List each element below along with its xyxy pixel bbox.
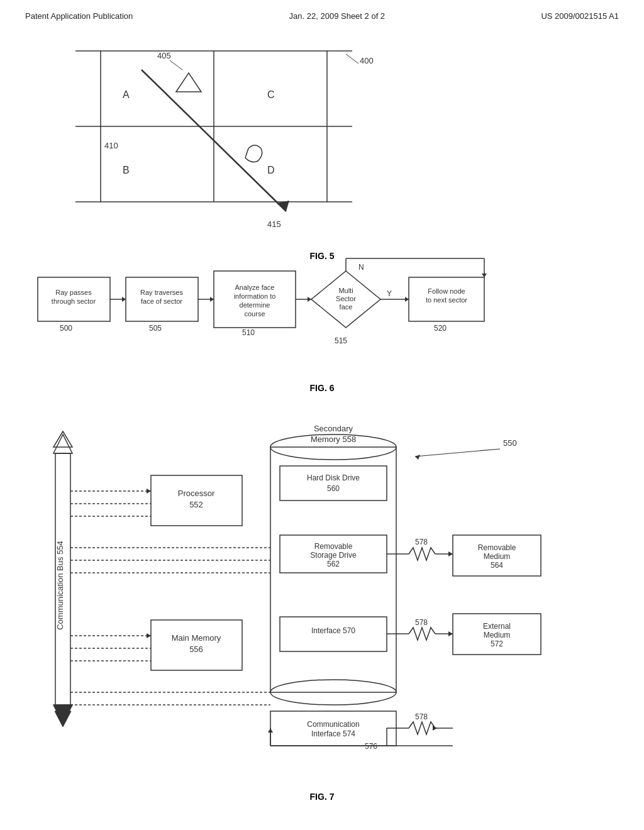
- fig7-section: Communication Bus 554 Processor 552: [25, 384, 619, 774]
- svg-text:Interface 570: Interface 570: [311, 626, 355, 635]
- svg-text:information to: information to: [234, 292, 276, 300]
- header-center: Jan. 22, 2009 Sheet 2 of 2: [289, 11, 386, 21]
- svg-text:Removable: Removable: [478, 543, 516, 552]
- svg-text:Ray traverses: Ray traverses: [140, 289, 183, 296]
- svg-text:560: 560: [327, 484, 340, 493]
- svg-text:Hard Disk Drive: Hard Disk Drive: [307, 473, 360, 482]
- svg-text:Follow node: Follow node: [428, 287, 465, 295]
- svg-text:415: 415: [267, 219, 281, 229]
- main-content: A B C D 405 400 410 415 FIG. 5: [0, 26, 644, 780]
- svg-text:578: 578: [415, 712, 428, 721]
- fig5-section: A B C D 405 400 410 415 FIG. 5: [25, 32, 619, 246]
- svg-text:through sector: through sector: [52, 297, 96, 305]
- svg-text:562: 562: [327, 560, 340, 568]
- svg-rect-87: [280, 466, 387, 501]
- svg-text:564: 564: [491, 561, 503, 570]
- svg-marker-59: [53, 434, 72, 453]
- svg-text:Analyze face: Analyze face: [235, 284, 275, 291]
- svg-text:A: A: [123, 89, 130, 100]
- svg-line-16: [170, 60, 182, 70]
- svg-text:Processor: Processor: [178, 489, 215, 498]
- svg-text:Interface 574: Interface 574: [311, 729, 355, 738]
- svg-text:Communication Bus 554: Communication Bus 554: [55, 541, 65, 630]
- svg-text:Y: Y: [387, 289, 392, 298]
- svg-text:578: 578: [415, 618, 428, 627]
- svg-text:515: 515: [335, 336, 347, 345]
- svg-marker-58: [482, 274, 487, 277]
- svg-marker-112: [448, 631, 453, 636]
- svg-text:520: 520: [434, 324, 447, 333]
- svg-text:Sector: Sector: [336, 295, 356, 302]
- svg-text:External: External: [483, 622, 511, 631]
- svg-text:505: 505: [149, 324, 162, 333]
- svg-marker-98: [415, 455, 420, 460]
- svg-text:Medium: Medium: [484, 552, 511, 561]
- svg-marker-13: [176, 73, 201, 92]
- svg-text:400: 400: [360, 56, 374, 65]
- svg-text:405: 405: [157, 51, 171, 60]
- svg-marker-128: [55, 711, 71, 727]
- svg-text:face of sector: face of sector: [141, 297, 182, 305]
- svg-text:556: 556: [189, 645, 203, 654]
- svg-text:Memory 558: Memory 558: [311, 434, 356, 444]
- svg-text:Storage Drive: Storage Drive: [310, 551, 357, 560]
- svg-text:578: 578: [415, 538, 428, 546]
- svg-line-97: [415, 449, 500, 456]
- svg-text:Secondary: Secondary: [314, 424, 353, 433]
- svg-text:552: 552: [189, 500, 203, 509]
- svg-marker-49: [405, 297, 409, 302]
- fig6-section: Ray passes through sector 500 Ray traver…: [25, 252, 619, 378]
- svg-text:550: 550: [503, 438, 517, 448]
- svg-text:N: N: [358, 263, 364, 272]
- fig7-label: FIG. 7: [25, 792, 619, 802]
- svg-text:576: 576: [365, 742, 377, 751]
- svg-text:C: C: [267, 89, 275, 100]
- svg-text:B: B: [123, 165, 130, 175]
- svg-text:Main Memory: Main Memory: [172, 633, 221, 643]
- svg-text:572: 572: [491, 639, 503, 648]
- svg-marker-64: [147, 489, 151, 494]
- svg-marker-33: [210, 297, 214, 302]
- svg-text:face: face: [340, 303, 353, 311]
- svg-text:410: 410: [104, 141, 118, 150]
- svg-marker-27: [122, 297, 126, 302]
- svg-line-18: [346, 54, 358, 64]
- page-header: Patent Application Publication Jan. 22, …: [0, 0, 644, 26]
- header-left: Patent Application Publication: [25, 11, 133, 21]
- svg-text:510: 510: [242, 328, 255, 337]
- svg-marker-126: [268, 728, 273, 733]
- header-right: US 2009/0021515 A1: [541, 11, 619, 21]
- svg-marker-104: [448, 551, 453, 556]
- svg-text:Ray passes: Ray passes: [55, 289, 92, 296]
- svg-text:Medium: Medium: [484, 631, 511, 639]
- svg-text:Removable: Removable: [314, 542, 353, 551]
- svg-text:Communication: Communication: [307, 720, 359, 729]
- svg-text:Multi: Multi: [338, 287, 353, 294]
- svg-text:determine: determine: [240, 301, 270, 309]
- svg-text:course: course: [244, 310, 265, 318]
- svg-marker-68: [147, 633, 151, 638]
- svg-text:D: D: [267, 165, 275, 175]
- svg-text:500: 500: [60, 324, 72, 333]
- svg-marker-120: [433, 726, 437, 731]
- svg-text:to next sector: to next sector: [426, 296, 467, 304]
